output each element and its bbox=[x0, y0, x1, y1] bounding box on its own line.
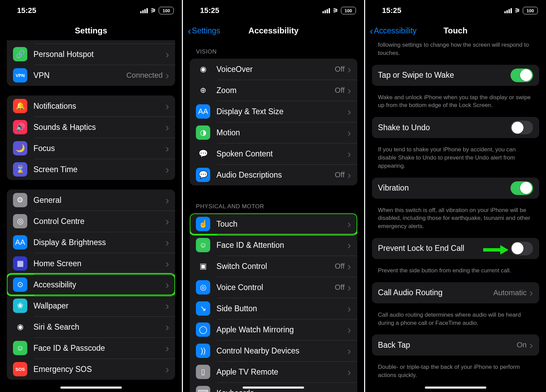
status-icons: ⚞ 100 bbox=[322, 7, 356, 14]
row-notifications[interactable]: 🔔Notifications› bbox=[7, 95, 175, 117]
row-back-tap[interactable]: Back Tap On › bbox=[372, 334, 539, 356]
battery-icon: 100 bbox=[341, 7, 356, 14]
wifi-icon: ⚞ bbox=[515, 7, 520, 14]
chevron-right-icon: › bbox=[347, 281, 351, 294]
row-label: General bbox=[33, 196, 166, 205]
row-label: Home Screen bbox=[33, 259, 166, 268]
row-label: Voice Control bbox=[216, 283, 335, 292]
row-face-id-passcode[interactable]: ☺Face ID & Passcode› bbox=[7, 337, 175, 359]
row-switch-control[interactable]: ▣Switch ControlOff› bbox=[190, 256, 357, 277]
row-control-centre[interactable]: ◎Control Centre› bbox=[7, 211, 175, 232]
row-vpn[interactable]: VPNVPNConnected› bbox=[7, 65, 175, 86]
row-mobile-data[interactable]: 📶Mobile Data› bbox=[7, 40, 175, 44]
row-zoom[interactable]: ⊕ZoomOff› bbox=[190, 80, 357, 101]
row-voiceover[interactable]: ◉VoiceOverOff› bbox=[190, 59, 357, 80]
back-button[interactable]: ‹ Settings bbox=[188, 26, 220, 35]
row-value: Off bbox=[335, 262, 345, 271]
row-side-button[interactable]: ↘Side Button› bbox=[190, 298, 357, 319]
row-label: Side Button bbox=[216, 304, 347, 313]
row-touch[interactable]: ☝Touch› bbox=[190, 213, 357, 235]
row-display-text-size[interactable]: AADisplay & Text Size› bbox=[190, 101, 357, 122]
toggle-vibration[interactable] bbox=[511, 181, 533, 195]
accessibility-group-motor: ☝Touch›☺Face ID & Attention›▣Switch Cont… bbox=[190, 213, 357, 392]
row-focus[interactable]: 🌙Focus› bbox=[7, 138, 175, 159]
chevron-right-icon: › bbox=[347, 148, 351, 160]
chevron-left-icon: ‹ bbox=[188, 28, 191, 33]
row-sounds-haptics[interactable]: 🔊Sounds & Haptics› bbox=[7, 117, 175, 138]
row-label: Apple Watch Mirroring bbox=[216, 325, 347, 334]
status-bar: 15:25 ⚞ 100 bbox=[183, 0, 364, 21]
row-face-id-attention[interactable]: ☺Face ID & Attention› bbox=[190, 235, 357, 256]
section-header-vision: VISION bbox=[190, 40, 357, 59]
toggle-shake-to-undo[interactable] bbox=[511, 121, 533, 134]
home-indicator[interactable] bbox=[425, 387, 486, 389]
row-note: Wake and unlock iPhone when you tap the … bbox=[372, 91, 539, 117]
toggle-tap-or-swipe[interactable] bbox=[511, 69, 533, 82]
chevron-right-icon: › bbox=[347, 169, 351, 181]
chevron-right-icon: › bbox=[166, 69, 169, 82]
row-audio-descriptions[interactable]: 💬Audio DescriptionsOff› bbox=[190, 164, 357, 185]
row-personal-hotspot[interactable]: 🔗Personal Hotspot› bbox=[7, 44, 175, 65]
chevron-right-icon: › bbox=[166, 363, 169, 376]
row-siri-search[interactable]: ◉Siri & Search› bbox=[7, 316, 175, 337]
row-tap-or-swipe-to-wake[interactable]: Tap or Swipe to Wake bbox=[372, 65, 539, 86]
toggle-prevent-lock[interactable] bbox=[511, 242, 533, 255]
row-label: VPN bbox=[33, 71, 126, 80]
row-label: Emergency SOS bbox=[33, 365, 166, 374]
settings-group-network: 📶Mobile Data›🔗Personal Hotspot›VPNVPNCon… bbox=[7, 40, 175, 86]
row-spoken-content[interactable]: 💬Spoken Content› bbox=[190, 143, 357, 164]
back-label: Accessibility bbox=[374, 26, 417, 35]
row-label: Personal Hotspot bbox=[33, 50, 166, 59]
wifi-icon: ⚞ bbox=[150, 7, 156, 14]
row-voice-control[interactable]: ◎Voice ControlOff› bbox=[190, 277, 357, 298]
row-label: Back Tap bbox=[378, 341, 517, 350]
chevron-right-icon: › bbox=[347, 345, 351, 357]
chevron-right-icon: › bbox=[166, 321, 169, 333]
home-indicator[interactable] bbox=[60, 387, 122, 389]
status-icons: ⚞ 100 bbox=[504, 7, 538, 14]
display-brightness-icon: AA bbox=[13, 235, 27, 250]
row-label: Touch bbox=[216, 220, 347, 229]
row-value: Off bbox=[335, 283, 345, 292]
home-indicator[interactable] bbox=[243, 387, 304, 389]
row-call-audio-routing[interactable]: Call Audio Routing Automatic › bbox=[372, 282, 539, 303]
row-general[interactable]: ⚙︎General› bbox=[7, 190, 175, 211]
chevron-right-icon: › bbox=[347, 126, 351, 139]
row-label: Spoken Content bbox=[216, 149, 347, 159]
row-apple-tv-remote[interactable]: ▯Apple TV Remote› bbox=[190, 361, 357, 382]
settings-group-alerts: 🔔Notifications›🔊Sounds & Haptics›🌙Focus›… bbox=[7, 95, 175, 180]
row-emergency-sos[interactable]: SOSEmergency SOS› bbox=[7, 359, 175, 380]
row-shake-to-undo[interactable]: Shake to Undo bbox=[372, 117, 539, 138]
chevron-right-icon: › bbox=[347, 105, 351, 118]
page-title: Accessibility bbox=[248, 26, 299, 35]
row-accessibility[interactable]: ⊙Accessibility› bbox=[7, 274, 175, 295]
row-wallpaper[interactable]: ❀Wallpaper› bbox=[7, 295, 175, 316]
touch-group-call-audio: Call Audio Routing Automatic › bbox=[372, 282, 539, 303]
row-motion[interactable]: ◑Motion› bbox=[190, 122, 357, 143]
row-note: When this switch is off, all vibration o… bbox=[372, 203, 539, 238]
chevron-right-icon: › bbox=[347, 387, 351, 392]
touch-group-shake: Shake to Undo bbox=[372, 117, 539, 138]
row-label: Shake to Undo bbox=[378, 123, 511, 132]
row-control-nearby-devices[interactable]: ))Control Nearby Devices› bbox=[190, 340, 357, 361]
back-button[interactable]: ‹ Accessibility bbox=[370, 26, 417, 35]
row-display-brightness[interactable]: AADisplay & Brightness› bbox=[7, 232, 175, 253]
row-vibration[interactable]: Vibration bbox=[372, 178, 539, 199]
touch-group-back-tap: Back Tap On › bbox=[372, 334, 539, 356]
row-apple-watch-mirroring[interactable]: ◯Apple Watch Mirroring› bbox=[190, 319, 357, 340]
row-screen-time[interactable]: ⌛Screen Time› bbox=[7, 159, 175, 180]
battery-icon: 100 bbox=[159, 7, 174, 14]
row-prevent-lock-to-end-call[interactable]: Prevent Lock to End Call bbox=[372, 238, 539, 259]
row-label: Screen Time bbox=[33, 165, 166, 174]
nav-header: ‹ Accessibility Touch bbox=[365, 21, 546, 40]
clock: 15:25 bbox=[200, 6, 219, 15]
row-label: Notifications bbox=[33, 102, 166, 111]
chevron-right-icon: › bbox=[347, 260, 351, 273]
row-label: Audio Descriptions bbox=[216, 170, 335, 180]
zoom-icon: ⊕ bbox=[196, 83, 210, 97]
accessibility-group-vision: ◉VoiceOverOff›⊕ZoomOff›AADisplay & Text … bbox=[190, 59, 357, 185]
row-home-screen[interactable]: ▦Home Screen› bbox=[7, 253, 175, 274]
settings-screen: 15:25 ⚞ 100 Settings 📶Mobile Data›🔗Perso… bbox=[0, 0, 182, 392]
keyboards-icon: ⌨ bbox=[196, 386, 210, 392]
row-label: Siri & Search bbox=[33, 322, 166, 332]
